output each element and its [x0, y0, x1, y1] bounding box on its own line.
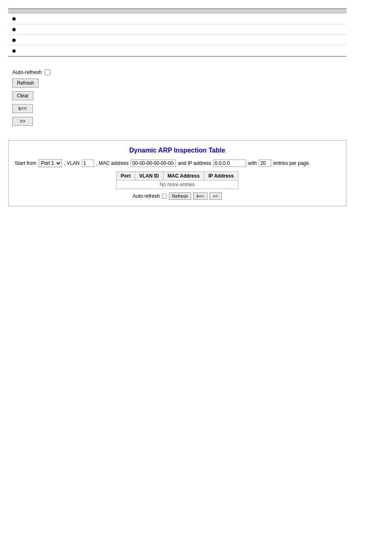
bullet-icon [12, 39, 16, 42]
entries-label: with [248, 160, 257, 166]
auto-refresh-label: Auto-refresh [12, 69, 42, 75]
dai-next-button[interactable]: >> [210, 192, 222, 200]
start-from-label: Start from [15, 160, 37, 166]
info-table [8, 8, 346, 57]
dai-table-wrapper: Port VLAN ID MAC Address IP Address No m… [15, 171, 340, 189]
col-mac-address: MAC Address [163, 172, 204, 180]
next-row: >> [12, 117, 384, 128]
entries-suffix: entries per page. [273, 160, 310, 166]
no-entries-text: No more entries [116, 180, 238, 189]
next-button[interactable]: >> [12, 117, 33, 126]
col-ip-address: IP Address [204, 172, 238, 180]
bullet-icon [12, 28, 16, 31]
auto-refresh-checkbox[interactable] [44, 69, 50, 75]
dai-auto-refresh-checkbox[interactable] [162, 194, 167, 199]
entries-input[interactable] [259, 160, 271, 167]
auto-refresh-row: Auto-refresh [12, 69, 384, 75]
vlan-label: , VLAN [64, 160, 80, 166]
dai-refresh-button[interactable]: Refresh [169, 192, 191, 200]
col2-header [82, 9, 346, 14]
controls-area: Auto-refresh Refresh Clear k<< >> [8, 69, 384, 128]
first-row: k<< [12, 104, 384, 115]
dai-title: Dynamic ARP Inspection Table [15, 147, 340, 154]
col-vlan-id: VLAN ID [135, 172, 163, 180]
ip-input[interactable] [213, 160, 246, 167]
col1-header [8, 9, 82, 14]
dai-table: Port VLAN ID MAC Address IP Address No m… [116, 171, 238, 189]
dai-footer: Auto-refresh Refresh k<< >> [15, 192, 340, 200]
clear-button[interactable]: Clear [12, 91, 33, 100]
first-button[interactable]: k<< [12, 104, 33, 113]
bullet-icon [12, 17, 16, 21]
table-row [8, 14, 346, 24]
mac-input[interactable] [131, 160, 176, 167]
mac-label: , MAC address [96, 160, 129, 166]
dai-first-button[interactable]: k<< [193, 192, 207, 200]
dai-container: Dynamic ARP Inspection Table Start from … [8, 140, 346, 206]
refresh-row: Refresh [12, 79, 384, 90]
col-port: Port [116, 172, 135, 180]
vlan-input[interactable] [82, 160, 94, 167]
bullet-icon [12, 49, 16, 53]
no-entries-row: No more entries [116, 180, 238, 189]
table-row [8, 24, 346, 35]
port-select[interactable]: Port 1 Port 2 Port 3 Port 4 [39, 159, 62, 167]
dai-filter-row: Start from Port 1 Port 2 Port 3 Port 4 ,… [15, 159, 340, 167]
ip-label: and IP address [178, 160, 211, 166]
dai-auto-refresh-label: Auto-refresh [133, 193, 160, 199]
table-row [8, 35, 346, 46]
refresh-button[interactable]: Refresh [12, 79, 39, 88]
table-row [8, 46, 346, 57]
clear-row: Clear [12, 91, 384, 102]
